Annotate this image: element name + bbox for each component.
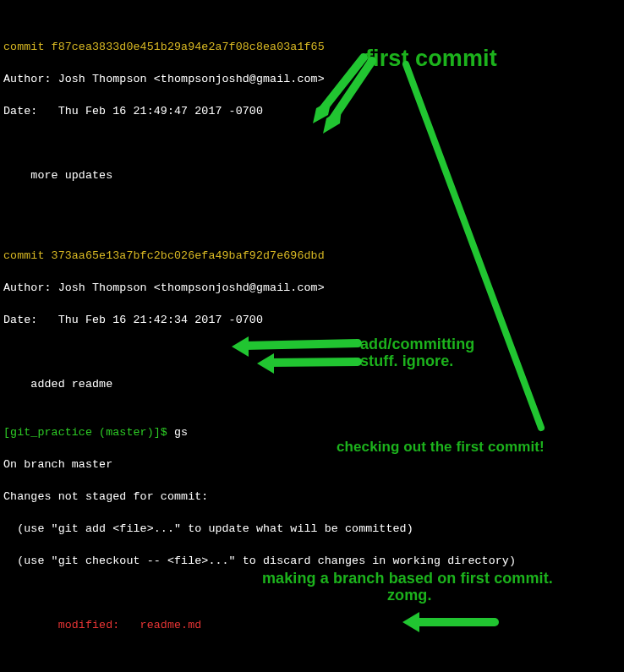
commit-header-2: commit 373aa65e13a7bfc2bc026efa49baf92d7… bbox=[3, 248, 621, 264]
annotation-checking-out: checking out the first commit! bbox=[337, 440, 545, 456]
status-modified: modified: readme.md bbox=[3, 617, 621, 633]
status-l2: Changes not staged for commit: bbox=[3, 489, 621, 505]
prompt-gs[interactable]: [git_practice (master)]$ gs bbox=[3, 424, 621, 440]
prompt: [git_practice (master)]$ bbox=[3, 426, 174, 439]
terminal-output: commit f87cea3833d0e451b29a94e2a7f08c8ea… bbox=[0, 0, 624, 672]
status-l3: (use "git add <file>..." to update what … bbox=[3, 521, 621, 537]
cmd-gs: gs bbox=[174, 426, 188, 439]
commit-header-1: commit f87cea3833d0e451b29a94e2a7f08c8ea… bbox=[3, 39, 621, 55]
commit-date-2: Date: Thu Feb 16 21:42:34 2017 -0700 bbox=[3, 312, 621, 328]
status-l1: On branch master bbox=[3, 456, 621, 473]
svg-line-4 bbox=[406, 64, 541, 428]
commit-date-1: Date: Thu Feb 16 21:49:47 2017 -0700 bbox=[3, 103, 621, 119]
commit-msg-2: added readme bbox=[3, 376, 621, 392]
commit-author-1: Author: Josh Thompson <thompsonjoshd@gma… bbox=[3, 71, 621, 87]
status-l4: (use "git checkout -- <file>..." to disc… bbox=[3, 553, 621, 569]
svg-line-7 bbox=[269, 362, 358, 363]
commit-author-2: Author: Josh Thompson <thompsonjoshd@gma… bbox=[3, 280, 621, 296]
commit-msg-1: more updates bbox=[3, 167, 621, 183]
